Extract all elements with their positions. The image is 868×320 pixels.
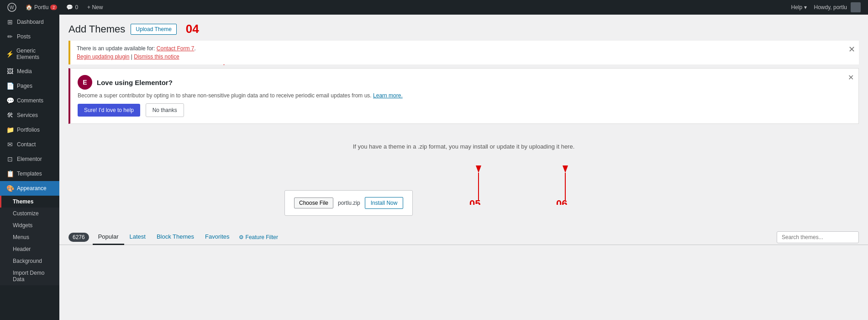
appearance-submenu: Themes Customize Widgets Menus Header Ba…	[0, 196, 59, 285]
notice-actions: Begin updating plugin | Dismiss this not…	[77, 53, 852, 60]
sidebar-label-appearance: Appearance	[17, 185, 47, 192]
site-icon: 🏠	[26, 4, 32, 11]
sidebar-item-posts[interactable]: ✏ Posts	[0, 29, 59, 44]
notice-close-button[interactable]: ✕	[848, 44, 855, 54]
search-themes-input[interactable]	[777, 231, 859, 243]
sidebar-child-menus[interactable]: Menus	[0, 231, 59, 243]
notice-text: There is an update available for: Contac…	[77, 45, 852, 52]
filter-icon: ⚙	[239, 234, 244, 240]
sidebar-item-elementor[interactable]: ⊡ Elementor	[0, 152, 59, 166]
menus-label: Menus	[13, 234, 29, 240]
sidebar-item-appearance[interactable]: 🎨 Appearance	[0, 181, 59, 196]
upload-box: Choose File portlu.zip Install Now	[284, 190, 413, 216]
services-icon: 🛠	[6, 112, 14, 119]
sidebar-item-generic-elements[interactable]: ⚡ Generic Elements	[0, 44, 59, 64]
themes-count: 6276	[68, 233, 89, 242]
wp-logo-item[interactable]: W	[4, 0, 20, 15]
begin-update-link[interactable]: Begin updating plugin	[77, 53, 129, 60]
elementor-notice-close-button[interactable]: ✕	[848, 73, 854, 82]
arrow-06: 06	[529, 164, 620, 205]
site-name: Portlu	[34, 4, 48, 11]
feature-filter[interactable]: ⚙ Feature Filter	[239, 234, 278, 240]
sidebar-child-themes[interactable]: Themes	[0, 196, 59, 208]
posts-icon: ✏	[6, 33, 14, 40]
dashboard-icon: ⊞	[6, 18, 14, 26]
page-title: Add Themes	[68, 23, 125, 35]
tab-favorites[interactable]: Favorites	[200, 229, 235, 245]
sidebar-label-comments: Comments	[17, 97, 43, 104]
elementor-notice-header: E Love using Elementor?	[78, 75, 851, 90]
tab-block-themes[interactable]: Block Themes	[151, 229, 200, 245]
no-thanks-button[interactable]: No thanks	[146, 103, 184, 117]
dismiss-link[interactable]: Dismiss this notice	[134, 53, 179, 60]
sidebar-item-pages[interactable]: 📄 Pages	[0, 79, 59, 93]
elementor-brand-icon: E	[78, 75, 92, 90]
greeting-item[interactable]: Howdy, portlu	[810, 0, 864, 15]
sidebar-label-generic-elements: Generic Elements	[16, 48, 55, 60]
learn-more-link[interactable]: Learn more.	[373, 92, 403, 99]
sidebar-item-comments[interactable]: 💬 Comments	[0, 93, 59, 108]
sure-help-button[interactable]: Sure! I'd love to help	[78, 104, 140, 117]
sidebar-item-portfolios[interactable]: 📁 Portfolios	[0, 123, 59, 137]
header-label: Header	[13, 246, 31, 252]
portfolios-icon: 📁	[6, 126, 14, 133]
help-button[interactable]: Help ▾	[788, 0, 810, 15]
background-label: Background	[13, 258, 42, 264]
svg-text:W: W	[10, 5, 14, 10]
install-now-button[interactable]: Install Now	[365, 197, 404, 209]
site-name-item[interactable]: 🏠 Portlu 2	[22, 0, 61, 15]
sidebar-child-customize[interactable]: Customize	[0, 208, 59, 219]
import-demo-label: Import Demo Data	[13, 270, 44, 283]
sidebar-item-templates[interactable]: 📋 Templates	[0, 166, 59, 181]
media-icon: 🖼	[6, 68, 14, 75]
help-label: Help ▾	[791, 4, 807, 11]
widgets-label: Widgets	[13, 222, 32, 229]
choose-file-button[interactable]: Choose File	[294, 197, 333, 208]
comment-count: 0	[75, 4, 78, 11]
pages-icon: 📄	[6, 82, 14, 90]
sidebar-label-portfolios: Portfolios	[17, 127, 40, 133]
sidebar-label-pages: Pages	[17, 83, 32, 89]
greeting-text: Howdy, portlu	[814, 4, 847, 11]
sidebar: ⊞ Dashboard ✏ Posts ⚡ Generic Elements 🖼…	[0, 15, 59, 320]
tab-popular[interactable]: Popular	[93, 229, 124, 245]
file-name: portlu.zip	[338, 200, 360, 206]
contact-icon: ✉	[6, 141, 14, 148]
themes-label: Themes	[13, 198, 33, 205]
comments-item[interactable]: 💬 0	[63, 0, 82, 15]
sidebar-child-import-demo[interactable]: Import Demo Data	[0, 267, 59, 285]
elementor-notice: ✕ E Love using Elementor? Become a super…	[68, 68, 859, 124]
comments-icon: 💬	[6, 97, 14, 104]
sidebar-child-header[interactable]: Header	[0, 243, 59, 255]
comment-icon: 💬	[66, 4, 73, 11]
sidebar-child-background[interactable]: Background	[0, 255, 59, 267]
sidebar-label-dashboard: Dashboard	[17, 19, 44, 25]
themes-tabs: 6276 Popular Latest Block Themes Favorit…	[59, 225, 868, 245]
admin-bar: W 🏠 Portlu 2 💬 0 + New Help ▾ Howdy, por…	[0, 0, 868, 15]
main-content: Add Themes Upload Theme 04 There is an u…	[59, 15, 868, 320]
step-04-label: 04	[186, 22, 199, 36]
feature-filter-label: Feature Filter	[246, 234, 278, 240]
customize-label: Customize	[13, 210, 39, 217]
sidebar-label-media: Media	[17, 68, 32, 75]
sidebar-child-widgets[interactable]: Widgets	[0, 219, 59, 231]
sidebar-item-media[interactable]: 🖼 Media	[0, 64, 59, 79]
svg-text:05: 05	[469, 198, 480, 205]
sidebar-label-templates: Templates	[17, 171, 42, 177]
sidebar-item-contact[interactable]: ✉ Contact	[0, 137, 59, 152]
sidebar-label-contact: Contact	[17, 141, 36, 148]
sidebar-label-posts: Posts	[17, 33, 31, 40]
sidebar-item-dashboard[interactable]: ⊞ Dashboard	[0, 15, 59, 29]
sidebar-label-services: Services	[17, 112, 38, 118]
plugin-link[interactable]: Contact Form 7	[157, 45, 195, 52]
notification-badge: 2	[50, 5, 57, 10]
elementor-notice-desc: Become a super contributor by opting in …	[78, 92, 851, 99]
svg-text:06: 06	[556, 198, 567, 205]
new-item[interactable]: + New	[84, 0, 106, 15]
upload-theme-button[interactable]: Upload Theme	[131, 24, 177, 35]
appearance-icon: 🎨	[6, 185, 14, 192]
upload-description: If you have a theme in a .zip format, yo…	[68, 143, 859, 150]
sidebar-item-services[interactable]: 🛠 Services	[0, 108, 59, 123]
update-notice: There is an update available for: Contac…	[68, 41, 859, 64]
tab-latest[interactable]: Latest	[124, 229, 151, 245]
